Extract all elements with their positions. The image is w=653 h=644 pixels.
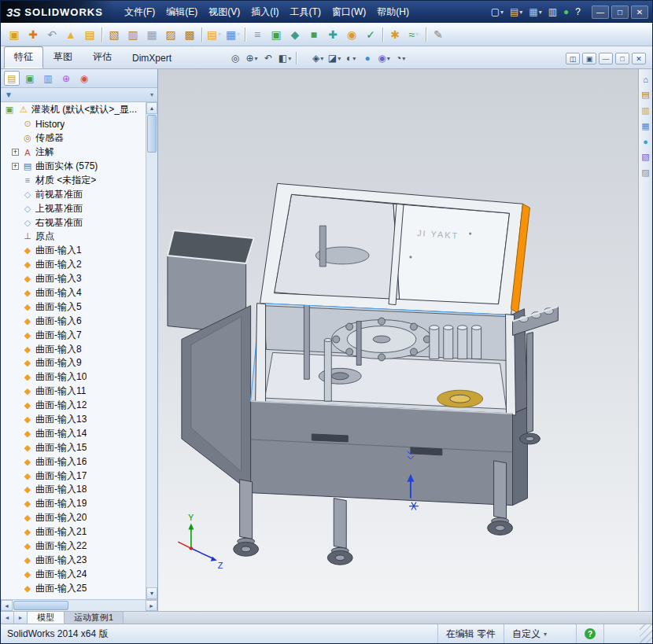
origin[interactable]: ⊥ 原点: [1, 230, 146, 244]
custom-properties-icon[interactable]: ▨: [641, 167, 649, 178]
sketch-pencil-icon[interactable]: ✎: [429, 26, 448, 43]
scroll-down-arrow[interactable]: ▼: [146, 587, 157, 599]
front-plane[interactable]: ◇ 前视基准面: [1, 187, 146, 201]
open-document-icon[interactable]: ▤▾: [507, 5, 526, 19]
pack-and-go-icon[interactable]: ▩: [180, 26, 199, 43]
tree-expander[interactable]: +: [12, 149, 19, 156]
align-icon[interactable]: ≡: [248, 26, 267, 43]
surface-import[interactable]: ◆ 曲面-输入15: [1, 440, 146, 454]
help-icon[interactable]: ?: [572, 5, 584, 19]
save-table-icon[interactable]: ▥: [124, 26, 142, 43]
performance-indicator-icon[interactable]: ●: [560, 5, 572, 19]
command-tab[interactable]: DimXpert: [122, 49, 182, 68]
machine-model[interactable]: JI YAKT: [168, 183, 558, 565]
print-icon[interactable]: ▦: [142, 26, 161, 43]
tab-scroll-right[interactable]: ►: [14, 612, 28, 624]
menu-item[interactable]: 工具(T): [285, 3, 326, 21]
scroll-left-arrow[interactable]: ◄: [1, 600, 13, 611]
open-part-icon[interactable]: ▧: [105, 26, 124, 43]
tab-scroll-left[interactable]: ◄: [1, 612, 14, 624]
surface-import[interactable]: ◆ 曲面-输入17: [1, 469, 146, 483]
surface-import[interactable]: ◆ 曲面-输入2: [1, 258, 146, 272]
instant3d-icon[interactable]: ▣: [267, 26, 286, 43]
display-style-icon[interactable]: ◪▾: [326, 51, 342, 65]
displaymanager-tab-icon[interactable]: ◉: [76, 71, 92, 86]
file-properties-icon[interactable]: ▨: [161, 26, 180, 43]
surface-import[interactable]: ◆ 曲面-输入24: [1, 567, 146, 581]
surface-import[interactable]: ◆ 曲面-输入21: [1, 525, 146, 539]
sensors-folder[interactable]: ◎ 传感器: [1, 131, 146, 145]
surface-import[interactable]: ◆ 曲面-输入14: [1, 426, 146, 440]
spline-icon[interactable]: ≈▾: [404, 26, 423, 43]
curvature-icon[interactable]: ✱: [386, 26, 404, 43]
surface-import[interactable]: ◆ 曲面-输入16: [1, 454, 146, 469]
configurationmanager-tab-icon[interactable]: ▥: [40, 71, 56, 86]
surface-import[interactable]: ◆ 曲面-输入11: [1, 385, 146, 399]
hide-show-items-icon[interactable]: ◐▾: [343, 51, 359, 65]
filter-caret-icon[interactable]: ▾: [150, 91, 153, 98]
view-settings-icon[interactable]: ◔▾: [393, 51, 408, 65]
scroll-right-arrow[interactable]: ►: [146, 600, 157, 611]
command-tab[interactable]: 特征: [4, 46, 43, 68]
mass-properties-icon[interactable]: ◉: [342, 26, 361, 43]
tree-expander[interactable]: +: [12, 163, 19, 170]
doc-restore-icon[interactable]: □: [615, 53, 629, 64]
minimize-button[interactable]: —: [592, 6, 609, 19]
menu-item[interactable]: 帮助(H): [371, 3, 415, 21]
close-button[interactable]: ✕: [631, 6, 648, 19]
menu-item[interactable]: 插入(I): [245, 3, 284, 21]
top-plane[interactable]: ◇ 上视基准面: [1, 201, 146, 215]
component-pattern-icon[interactable]: ▦▾: [223, 26, 242, 43]
surface-import[interactable]: ◆ 曲面-输入23: [1, 554, 146, 568]
propertymanager-tab-icon[interactable]: ▣: [22, 71, 38, 86]
surface-import[interactable]: ◆ 曲面-输入25: [1, 581, 146, 595]
section-view-icon[interactable]: ◧▾: [277, 51, 293, 65]
material[interactable]: ≡ 材质 <未指定>: [1, 173, 146, 187]
surface-import[interactable]: ◆ 曲面-输入18: [1, 483, 146, 497]
surface-import[interactable]: ◆ 曲面-输入12: [1, 399, 146, 413]
surface-import[interactable]: ◆ 曲面-输入5: [1, 300, 146, 314]
annotations-folder[interactable]: + A 注解: [1, 145, 146, 160]
new-document-icon[interactable]: ▢▾: [488, 5, 507, 19]
pane-grid-icon[interactable]: ▣: [582, 53, 596, 64]
tree-root-item[interactable]: ▣⚠ 灌装机 (默认<默认>_显...: [1, 103, 146, 117]
history-folder[interactable]: ⊙ History: [1, 117, 146, 131]
surface-import[interactable]: ◆ 曲面-输入7: [1, 328, 146, 342]
surface-import[interactable]: ◆ 曲面-输入4: [1, 286, 146, 300]
view-orientation-icon[interactable]: ◈▾: [310, 51, 326, 65]
horizontal-scroll-thumb[interactable]: [13, 601, 68, 610]
surface-import[interactable]: ◆ 曲面-输入13: [1, 413, 146, 427]
zoom-area-icon[interactable]: ⊕▾: [244, 51, 260, 65]
filter-funnel-icon[interactable]: ▼: [5, 90, 13, 99]
command-tab[interactable]: 草图: [43, 46, 83, 68]
resources-home-icon[interactable]: ⌂: [643, 75, 648, 84]
status-custom-selector[interactable]: 自定义▾: [504, 624, 576, 643]
make-drawing-icon[interactable]: ▤▾: [205, 26, 223, 43]
surface-import[interactable]: ◆ 曲面-输入19: [1, 497, 146, 511]
surface-tool-icon[interactable]: ◆: [286, 26, 304, 43]
surface-import[interactable]: ◆ 曲面-输入1: [1, 244, 146, 258]
new-window-icon[interactable]: ▣: [5, 26, 24, 43]
graphics-viewport[interactable]: JI YAKT: [158, 69, 638, 611]
tree-vertical-scrollbar[interactable]: ▲ ▼: [146, 102, 157, 599]
edit-appearance-icon[interactable]: ●: [360, 51, 375, 65]
view-palette-icon[interactable]: ▦: [641, 121, 649, 131]
pane-split-icon[interactable]: ◫: [566, 53, 580, 64]
surface-import[interactable]: ◆ 曲面-输入3: [1, 272, 146, 286]
study-tab[interactable]: 运动算例1: [65, 612, 124, 624]
surface-import[interactable]: ◆ 曲面-输入10: [1, 370, 146, 385]
print-document-icon[interactable]: ▥: [545, 5, 560, 19]
surface-import[interactable]: ◆ 曲面-输入22: [1, 539, 146, 554]
check-icon[interactable]: ✓: [361, 26, 380, 43]
command-tab[interactable]: 评估: [83, 46, 122, 68]
right-plane[interactable]: ◇ 右视基准面: [1, 215, 146, 230]
resize-grip[interactable]: [640, 624, 652, 643]
quick-tips-icon[interactable]: ?: [585, 628, 596, 639]
doc-close-icon[interactable]: ✕: [632, 53, 646, 64]
surface-import[interactable]: ◆ 曲面-输入8: [1, 342, 146, 356]
design-library-icon[interactable]: ▤: [641, 90, 649, 100]
scenes-icon[interactable]: ▧: [641, 152, 649, 162]
menu-item[interactable]: 文件(F): [119, 3, 160, 21]
previous-view-icon[interactable]: ↶: [260, 51, 276, 65]
undo-icon[interactable]: ↶: [42, 26, 61, 43]
